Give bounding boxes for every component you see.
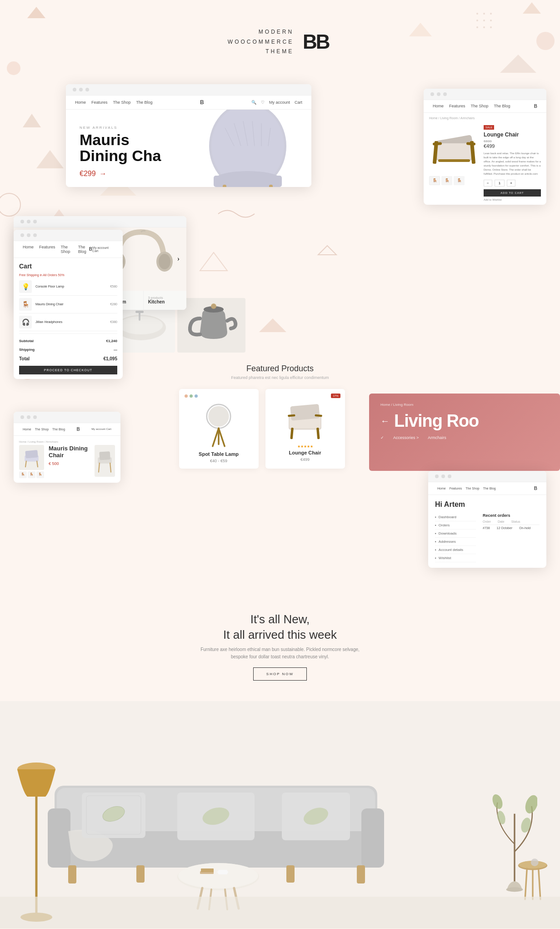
order-id: #738: [483, 526, 490, 530]
cart-nav-links: Home Features The Shop The Blog: [23, 245, 89, 254]
svg-rect-113: [218, 870, 227, 874]
lounge-add-to-cart-btn[interactable]: ADD TO CART: [484, 189, 541, 197]
lounge-thumb-1[interactable]: 🪑: [429, 176, 440, 185]
lounge-thumb-2[interactable]: 🪑: [441, 176, 452, 185]
kitchen-count: 3 products: [148, 296, 182, 299]
header-title-line1: MODERN: [228, 27, 294, 37]
product-card-lamp: Spot Table Lamp €40 - €59: [179, 389, 259, 469]
account-nav-links: Home Features The Shop The Blog: [437, 487, 496, 490]
account-menu-orders[interactable]: ▪ Orders: [435, 521, 476, 530]
lounge-nav-features[interactable]: Features: [449, 104, 465, 108]
svg-point-53: [159, 254, 170, 269]
nav-shop[interactable]: The Shop: [113, 100, 131, 105]
nav-home[interactable]: Home: [75, 100, 86, 105]
cart-nav-blog[interactable]: The Blog: [78, 245, 89, 254]
lounge-old-price: €699: [484, 139, 541, 143]
product-card-lounge: 17% ★★★★★: [265, 389, 345, 469]
nav-search-icon[interactable]: 🔍: [251, 100, 256, 105]
nav-cart[interactable]: Cart: [295, 100, 302, 105]
color-dot-3[interactable]: [195, 394, 198, 398]
lounge-nav-blog[interactable]: The Blog: [494, 104, 510, 108]
svg-line-124: [525, 869, 527, 900]
account-menu-dashboard[interactable]: ▪ Dashboard: [435, 513, 476, 521]
cart-nav-right: My account Cart: [92, 246, 114, 252]
wishlist-icon: ▪: [435, 556, 436, 560]
color-dot-2[interactable]: [190, 394, 193, 398]
lounge-qty-minus[interactable]: −: [484, 180, 492, 187]
account-greeting: Hi Artem: [435, 500, 540, 509]
dining-side-img: [95, 445, 115, 477]
dining-nav-blog[interactable]: The Blog: [52, 428, 65, 431]
nav-links-hero: Home Features The Shop The Blog: [75, 100, 153, 105]
browser-dot-3: [85, 88, 89, 91]
dining-nav-shop[interactable]: The Shop: [35, 428, 49, 431]
nav-bar-hero: Home Features The Shop The Blog B 🔍 ♡ My…: [66, 96, 311, 110]
lounge-thumb-3[interactable]: 🪑: [454, 176, 465, 185]
nav-right-hero: 🔍 ♡ My account Cart: [251, 100, 302, 105]
headphones-next-btn[interactable]: ›: [177, 255, 180, 263]
dining-thumb-row: 🪑 🪑 🪑: [19, 471, 44, 478]
cart-item-1: 🪑 Mauris Dining Chair €280: [19, 298, 117, 313]
color-dot-1[interactable]: [185, 394, 188, 398]
svg-point-107: [178, 863, 258, 889]
dining-thumb-1[interactable]: 🪑: [19, 471, 27, 478]
lounge-description: Lean back and relax. The Elfin lounge ch…: [484, 151, 541, 176]
nav-blog[interactable]: The Blog: [136, 100, 153, 105]
nav-account[interactable]: My account: [269, 100, 290, 105]
acct-nav-blog[interactable]: The Blog: [483, 487, 496, 490]
lounge-nav-shop[interactable]: The Shop: [471, 104, 489, 108]
account-menu: ▪ Dashboard ▪ Orders ▪ Downloads ▪: [435, 513, 476, 562]
category-kitchen[interactable]: 3 products Kitchen: [144, 291, 186, 310]
new-arrivals-title: It's all New, It all arrived this week: [18, 612, 542, 643]
lounge-wishlist-btn[interactable]: Add to Wishlist: [484, 198, 541, 201]
order-status: On-hold: [519, 526, 530, 530]
browser-bar-headphones: [14, 216, 186, 227]
nav-features[interactable]: Features: [91, 100, 108, 105]
acct-nav-shop[interactable]: The Shop: [465, 487, 479, 490]
lounge-chair-svg: [429, 122, 479, 172]
hero-arrow[interactable]: →: [100, 170, 107, 178]
account-menu-wishlist[interactable]: ▪ Wishlist: [435, 554, 476, 562]
order-headers: Order Date Status: [483, 520, 540, 525]
dining-thumb-3[interactable]: 🪑: [36, 471, 44, 478]
dining-thumb-2[interactable]: 🪑: [28, 471, 35, 478]
header-title-line2: WOOCOMMERCE: [228, 37, 294, 47]
shop-now-btn[interactable]: SHOP NOW: [253, 667, 307, 681]
cart-nav-home[interactable]: Home: [23, 245, 34, 254]
cart-nav-features[interactable]: Features: [39, 245, 55, 254]
acct-nav-features[interactable]: Features: [450, 487, 462, 490]
kitchen-name: Kitchen: [148, 299, 182, 304]
lounge-info: SALE Lounge Chair €699 €499 Lean back an…: [484, 122, 541, 201]
lounge-qty-plus[interactable]: +: [507, 180, 515, 187]
dining-breadcrumb: Home / Living Room / Armchairs: [19, 440, 115, 443]
cart-nav-shop[interactable]: The Shop: [61, 245, 73, 254]
nav-wishlist-icon[interactable]: ♡: [261, 100, 265, 105]
cart-browser: Home Features The Shop The Blog B My acc…: [14, 230, 123, 379]
svg-line-79: [25, 461, 26, 467]
dining-nav-right: My account Cart: [91, 428, 111, 430]
downloads-icon: ▪: [435, 531, 436, 535]
lounge-detail-content: Home / Living Room / Armchairs: [424, 113, 546, 205]
cart-title: Cart: [19, 263, 117, 270]
checkout-btn[interactable]: PROCEED TO CHECKOUT: [19, 366, 117, 374]
cart-subtotal-value: €1,240: [106, 339, 117, 343]
cart-item-info-0: Console Floor Lamp: [35, 285, 106, 288]
brand-logo-icon: BB: [300, 30, 332, 55]
account-menu-downloads[interactable]: ▪ Downloads: [435, 530, 476, 538]
dining-content: Home / Living Room / Armchairs 🪑: [14, 436, 120, 483]
svg-rect-72: [290, 404, 320, 421]
dining-nav-home[interactable]: Home: [23, 428, 31, 431]
svg-rect-115: [201, 868, 214, 872]
browser-bar-dining: [14, 412, 120, 423]
account-menu-addresses[interactable]: ▪ Addresses: [435, 538, 476, 546]
lounge-sale-badge: SALE: [484, 125, 494, 130]
order-header-status: Status: [511, 520, 520, 523]
browser-dot-1: [73, 88, 76, 91]
nav-links-lounge: Home Features The Shop The Blog: [433, 104, 510, 108]
svg-text:BB: BB: [303, 30, 330, 53]
account-menu-account-details[interactable]: ▪ Account details: [435, 546, 476, 554]
acct-nav-home[interactable]: Home: [437, 487, 446, 490]
cart-item-price-0: €580: [110, 285, 117, 288]
category-img-kitchen[interactable]: [177, 298, 245, 353]
lounge-nav-home[interactable]: Home: [433, 104, 444, 108]
